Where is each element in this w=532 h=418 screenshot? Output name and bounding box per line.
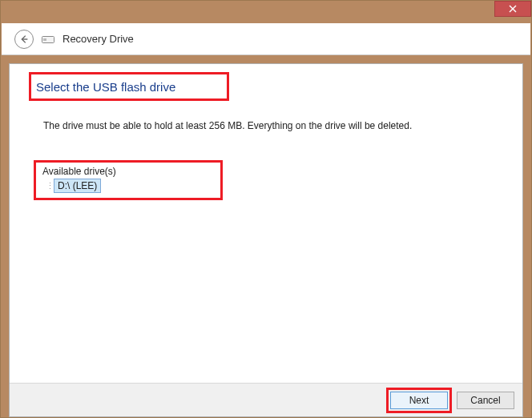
instruction-text: The drive must be able to hold at least … xyxy=(43,120,412,131)
close-icon xyxy=(509,5,517,13)
heading-highlight: Select the USB flash drive xyxy=(29,72,229,101)
recovery-drive-icon xyxy=(42,34,54,44)
window-frame: Recovery Drive Select the USB flash driv… xyxy=(0,0,532,418)
drive-tree-row: ⋮.. D:\ (LEE) xyxy=(42,179,214,193)
available-drives-highlight: Available drive(s) ⋮.. D:\ (LEE) xyxy=(34,160,223,200)
content-panel: Select the USB flash drive The drive mus… xyxy=(9,63,523,417)
titlebar xyxy=(1,1,531,23)
available-drives-label: Available drive(s) xyxy=(42,166,214,177)
button-bar: Next Cancel xyxy=(10,383,522,416)
cancel-button[interactable]: Cancel xyxy=(457,392,514,409)
close-button[interactable] xyxy=(494,1,531,17)
page-heading: Select the USB flash drive xyxy=(36,80,175,94)
window-title: Recovery Drive xyxy=(62,33,134,45)
header: Recovery Drive xyxy=(2,23,530,55)
back-button[interactable] xyxy=(14,30,34,49)
back-arrow-icon xyxy=(18,34,30,45)
next-button-highlight: Next xyxy=(386,388,452,413)
svg-rect-4 xyxy=(43,38,46,41)
next-button[interactable]: Next xyxy=(390,392,448,409)
tree-connector-icon: ⋮.. xyxy=(46,181,54,191)
drive-item[interactable]: D:\ (LEE) xyxy=(54,179,101,193)
